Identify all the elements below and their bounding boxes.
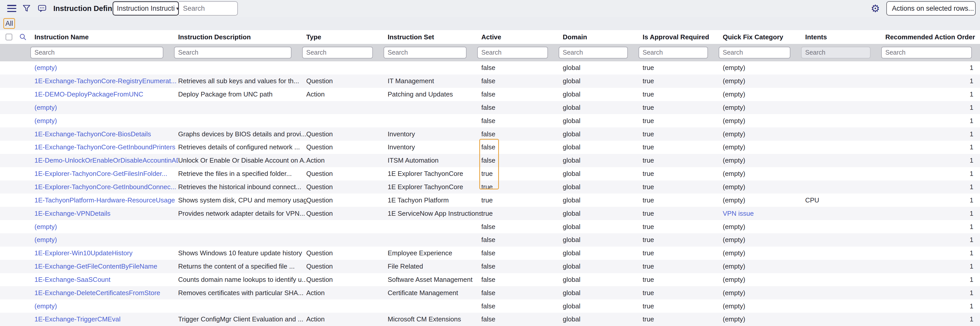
filter-input-instruction-set[interactable]: [383, 47, 466, 59]
cell-name[interactable]: (empty): [35, 103, 178, 111]
filter-input-recommended-action-order[interactable]: [881, 47, 972, 59]
table-row[interactable]: (empty)falseglobaltrue(empty)1: [0, 61, 980, 75]
row-lead-cell: [0, 286, 35, 299]
filter-input-quick-fix-category[interactable]: [719, 47, 791, 59]
column-header-quick-fix-category[interactable]: Quick Fix Category: [723, 33, 805, 41]
cell-name[interactable]: 1E-TachyonPlatform-Hardware-ResourceUsag…: [35, 196, 178, 204]
cell-name[interactable]: 1E-Exchange-TachyonCore-GetInboundPrinte…: [35, 143, 178, 151]
column-header-is-approval-required[interactable]: Is Approval Required: [643, 33, 723, 41]
cell-type: Question: [306, 196, 388, 204]
table-row[interactable]: 1E-Exchange-TachyonCore-BiosDetailsGraph…: [0, 127, 980, 141]
search-scope-dropdown[interactable]: Instruction Instructi ▾: [113, 1, 179, 16]
row-lead-cell: [0, 114, 35, 127]
column-header-intents[interactable]: Intents: [805, 33, 885, 41]
select-all-checkbox[interactable]: [6, 34, 12, 40]
table-row[interactable]: 1E-Exchange-VPNDetailsProvides network a…: [0, 207, 980, 220]
cell-order: 1: [885, 91, 980, 98]
cell-name[interactable]: 1E-Exchange-TachyonCore-BiosDetails: [35, 130, 178, 138]
cell-active: true: [481, 210, 563, 218]
column-header-recommended-action-order[interactable]: Recommended Action Order: [885, 33, 980, 41]
table-row[interactable]: 1E-Exchange-TachyonCore-RegistryEnumerat…: [0, 75, 980, 88]
cell-name[interactable]: 1E-Explorer-TachyonCore-GetInboundConnec…: [35, 183, 178, 191]
column-header-instruction-set[interactable]: Instruction Set: [388, 33, 481, 41]
table-row[interactable]: 1E-Explorer-TachyonCore-GetInboundConnec…: [0, 180, 980, 194]
table-row[interactable]: 1E-Exchange-SaaSCountCounts domain name …: [0, 273, 980, 286]
cell-name[interactable]: 1E-Demo-UnlockOrEnableOrDisableAccountin…: [35, 156, 178, 164]
filter-input-domain[interactable]: [558, 47, 628, 59]
column-header-active[interactable]: Active: [481, 33, 563, 41]
cell-name[interactable]: 1E-Exchange-TachyonCore-RegistryEnumerat…: [35, 77, 178, 85]
funnel-filter-icon[interactable]: [22, 4, 31, 13]
cell-name[interactable]: (empty): [35, 223, 178, 231]
table-row[interactable]: 1E-TachyonPlatform-Hardware-ResourceUsag…: [0, 194, 980, 207]
feedback-bubble-icon[interactable]: [37, 4, 47, 13]
column-header-domain[interactable]: Domain: [563, 33, 643, 41]
cell-description: Counts domain name lookups to identify u…: [178, 276, 306, 284]
filter-input-is-approval-required[interactable]: [638, 47, 708, 59]
cell-instruction-set: Inventory: [388, 130, 481, 138]
column-header-type[interactable]: Type: [306, 33, 388, 41]
cell-name[interactable]: 1E-Exchange-SaaSCount: [35, 276, 178, 284]
column-header-instruction-description[interactable]: Instruction Description: [178, 33, 306, 41]
filter-input-instruction-name[interactable]: [30, 47, 163, 59]
cell-domain: global: [563, 249, 643, 257]
cell-name[interactable]: 1E-Explorer-Win10UpdateHistory: [35, 249, 178, 257]
cell-name[interactable]: 1E-Explorer-TachyonCore-GetFilesInFolder…: [35, 170, 178, 178]
cell-name[interactable]: (empty): [35, 302, 178, 310]
hamburger-menu-icon[interactable]: [7, 5, 16, 12]
cell-instruction-set: 1E ServiceNow App Instructions: [388, 210, 481, 218]
gear-icon[interactable]: ⚙: [871, 0, 880, 17]
cell-name[interactable]: (empty): [35, 236, 178, 244]
cell-instruction-set: Microsoft CM Extensions: [388, 315, 481, 323]
table-row[interactable]: (empty)falseglobaltrue(empty)1: [0, 220, 980, 233]
cell-domain: global: [563, 91, 643, 98]
filter-cell-quick-fix-category: [723, 44, 805, 61]
global-search-input[interactable]: [179, 1, 238, 16]
tab-all[interactable]: All: [3, 18, 15, 29]
search-icon[interactable]: [19, 33, 27, 41]
cell-instruction-set: Patching and Updates: [388, 91, 481, 98]
table-row[interactable]: 1E-Exchange-GetFileContentByFileNameRetu…: [0, 260, 980, 273]
cell-name[interactable]: 1E-Exchange-DeleteCertificatesFromStore: [35, 289, 178, 297]
filter-input-instruction-description[interactable]: [174, 47, 291, 59]
cell-name[interactable]: 1E-Exchange-VPNDetails: [35, 210, 178, 218]
actions-dropdown-value: Actions on selected rows...: [892, 5, 974, 13]
table-row[interactable]: 1E-Exchange-TriggerCMEvalTrigger ConfigM…: [0, 313, 980, 326]
cell-instruction-set: Inventory: [388, 143, 481, 151]
cell-quick-fix: (empty): [723, 289, 805, 297]
table-row[interactable]: 1E-Exchange-DeleteCertificatesFromStoreR…: [0, 286, 980, 299]
cell-description: Retrieves the historical inbound connect…: [178, 183, 306, 191]
table-row[interactable]: 1E-Explorer-Win10UpdateHistoryShows Wind…: [0, 246, 980, 260]
cell-instruction-set: Employee Experience: [388, 249, 481, 257]
cell-domain: global: [563, 223, 643, 231]
cell-name[interactable]: (empty): [35, 64, 178, 72]
table-row[interactable]: 1E-DEMO-DeployPackageFromUNCDeploy Packa…: [0, 88, 980, 101]
actions-dropdown[interactable]: Actions on selected rows...: [886, 1, 976, 16]
cell-name[interactable]: 1E-DEMO-DeployPackageFromUNC: [35, 91, 178, 98]
cell-quick-fix[interactable]: VPN issue: [723, 210, 805, 218]
cell-type: Action: [306, 91, 388, 98]
cell-instruction-set: Software Asset Management: [388, 276, 481, 284]
column-header-instruction-name[interactable]: Instruction Name: [35, 33, 178, 41]
cell-name[interactable]: 1E-Exchange-TriggerCMEval: [35, 315, 178, 323]
table-row[interactable]: 1E-Demo-UnlockOrEnableOrDisableAccountin…: [0, 154, 980, 167]
cell-approval: true: [643, 156, 723, 164]
table-row[interactable]: (empty)falseglobaltrue(empty)1: [0, 299, 980, 313]
cell-description: Removes certificates with particular SHA…: [178, 289, 306, 297]
table-row[interactable]: (empty)falseglobaltrue(empty)1: [0, 233, 980, 246]
table-row[interactable]: 1E-Explorer-TachyonCore-GetFilesInFolder…: [0, 167, 980, 180]
cell-type: Question: [306, 77, 388, 85]
row-lead-cell: [0, 260, 35, 273]
filter-input-type[interactable]: [302, 47, 373, 59]
table-row[interactable]: 1E-Exchange-TachyonCore-GetInboundPrinte…: [0, 141, 980, 154]
row-lead-cell: [0, 207, 35, 220]
cell-name[interactable]: 1E-Exchange-GetFileContentByFileName: [35, 262, 178, 270]
table-row[interactable]: (empty)falseglobaltrue(empty)1: [0, 101, 980, 114]
filter-input-intents: [801, 47, 870, 59]
cell-name[interactable]: (empty): [35, 117, 178, 125]
filter-input-active[interactable]: [477, 47, 548, 59]
cell-order: 1: [885, 77, 980, 85]
cell-quick-fix: (empty): [723, 196, 805, 204]
table-row[interactable]: (empty)falseglobaltrue(empty)1: [0, 114, 980, 127]
filter-cell-is-approval-required: [643, 44, 723, 61]
